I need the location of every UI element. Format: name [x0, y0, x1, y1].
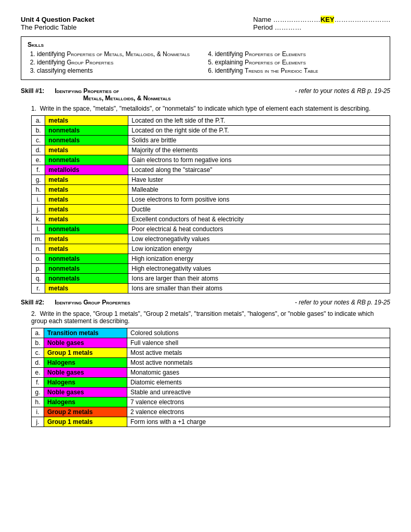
row-answer: nonmetals — [45, 274, 128, 284]
row-answer: nonmetals — [45, 264, 128, 274]
row-answer: nonmetals — [45, 224, 128, 234]
skill-item-5: explaining Properties of Elements — [215, 59, 384, 66]
skill-item-6: identifying Trends in the Peridioc Table — [215, 67, 384, 74]
skill2-label-block: Skill #2: Identifying Group Properties — [21, 299, 130, 306]
row-answer: nonmetals — [45, 155, 128, 165]
skill1-instruction: 1. Write in the space, "metals", "metall… — [31, 105, 390, 112]
skills-list-2: identifying Properties of Elements expla… — [215, 50, 384, 74]
table-row: n.metalsLow ionization energy — [32, 244, 390, 254]
table-row: h.Halogens7 valence electrons — [32, 397, 390, 407]
row-description: Full valence shell — [127, 338, 390, 348]
skill2-header: Skill #2: Identifying Group Properties -… — [21, 299, 390, 306]
row-answer: metals — [45, 284, 128, 294]
row-description: 7 valence electrons — [127, 397, 390, 407]
row-answer: metals — [45, 116, 128, 126]
skill-item-2: identifying Group Properties — [37, 59, 206, 66]
row-letter: f. — [32, 165, 45, 175]
row-letter: c. — [32, 136, 45, 145]
row-description: Majority of the elements — [128, 145, 390, 155]
row-answer: Noble gases — [44, 368, 127, 378]
row-answer: Halogens — [44, 378, 127, 388]
row-description: Ions are larger than their atoms — [128, 274, 390, 284]
table-row: f.metalloidsLocated along the "staircase… — [32, 165, 390, 175]
skill2-header-row: Skill #2: Identifying Group Properties -… — [21, 299, 390, 306]
table-row: d.metalsMajority of the elements — [32, 145, 390, 155]
table-row: d.HalogensMost active nonmetals — [32, 358, 390, 368]
row-letter: p. — [32, 264, 45, 274]
table-row: l.nonmetalsPoor electrical & heat conduc… — [32, 224, 390, 234]
row-description: Located along the "staircase" — [128, 165, 390, 175]
table-row: b.Noble gasesFull valence shell — [32, 338, 390, 348]
skill2-title: Identifying Group Properties — [55, 299, 130, 306]
skills-box: Skills identifying Properties of Metals,… — [21, 36, 390, 80]
table-row: c.nonmetalsSolids are brittle — [32, 136, 390, 145]
skill1-ref: - refer to your notes & RB p. 19-25 — [295, 87, 390, 95]
row-answer: nonmetals — [45, 254, 128, 264]
row-letter: h. — [32, 185, 45, 195]
skill1-header-row: Skill #1: Identifying Properties of - re… — [21, 87, 390, 95]
skill1-subtitle: Metals, Metalloids, & Nonmetals — [83, 95, 171, 102]
row-answer: metals — [45, 205, 128, 215]
row-description: Most active nonmetals — [127, 358, 390, 368]
row-answer: Noble gases — [44, 388, 127, 397]
row-description: Located on the left side of the P.T. — [128, 116, 390, 126]
table-row: f.HalogensDiatomic elements — [32, 378, 390, 388]
row-description: Gain electrons to form negative ions — [128, 155, 390, 165]
row-letter: a. — [32, 328, 44, 338]
row-answer: Noble gases — [44, 338, 127, 348]
table-row: i.metalsLose electrons to form positive … — [32, 195, 390, 205]
skill1-table: a.metalsLocated on the left side of the … — [31, 115, 390, 294]
row-answer: metals — [45, 244, 128, 254]
row-description: Low electronegativity values — [128, 234, 390, 244]
row-letter: g. — [32, 388, 44, 397]
row-answer: nonmetals — [45, 136, 128, 145]
row-description: Excellent conductors of heat & electrici… — [128, 215, 390, 224]
table-row: e.Noble gasesMonatomic gases — [32, 368, 390, 378]
row-description: Low ionization energy — [128, 244, 390, 254]
table-row: b.nonmetalsLocated on the right side of … — [32, 126, 390, 136]
row-answer: metals — [45, 234, 128, 244]
row-answer: metals — [45, 195, 128, 205]
skill1-header: Skill #1: Identifying Properties of - re… — [21, 87, 390, 102]
skill2-ref: - refer to your notes & RB p. 19-25 — [295, 299, 390, 306]
table-row: c.Group 1 metalsMost active metals — [32, 348, 390, 358]
table-row: o.nonmetalsHigh ionization energy — [32, 254, 390, 264]
table-row: e.nonmetalsGain electrons to form negati… — [32, 155, 390, 165]
table-row: g.metalsHave luster — [32, 175, 390, 185]
row-letter: f. — [32, 378, 44, 388]
skill-item-1: identifying Properties of Metals, Metall… — [37, 50, 206, 58]
row-letter: e. — [32, 155, 45, 165]
row-description: Form ions with a +1 charge — [127, 417, 390, 427]
skills-list-1: identifying Properties of Metals, Metall… — [37, 50, 206, 74]
skill-item-3: classifying elements — [37, 67, 206, 74]
row-letter: k. — [32, 215, 45, 224]
row-letter: b. — [32, 126, 45, 136]
row-answer: metals — [45, 145, 128, 155]
row-answer: Halogens — [44, 358, 127, 368]
row-description: Lose electrons to form positive ions — [128, 195, 390, 205]
key-text: KEY — [321, 16, 335, 23]
table-row: k.metalsExcellent conductors of heat & e… — [32, 215, 390, 224]
doc-title: Unit 4 Question Packet — [21, 16, 95, 23]
row-letter: m. — [32, 234, 45, 244]
row-description: Located on the right side of the P.T. — [128, 126, 390, 136]
table-row: p.nonmetalsHigh electronegativity values — [32, 264, 390, 274]
table-row: a.metalsLocated on the left side of the … — [32, 116, 390, 126]
row-answer: metals — [45, 175, 128, 185]
table-row: h.metalsMalleable — [32, 185, 390, 195]
table-row: a.Transition metalsColored solutions — [32, 328, 390, 338]
skills-col-2: identifying Properties of Elements expla… — [206, 50, 384, 75]
row-letter: g. — [32, 175, 45, 185]
row-answer: metals — [45, 185, 128, 195]
name-label: Name ………………… — [253, 16, 320, 23]
row-description: Ductile — [128, 205, 390, 215]
row-description: High ionization energy — [128, 254, 390, 264]
row-answer: Halogens — [44, 397, 127, 407]
row-letter: r. — [32, 284, 45, 294]
row-answer: metals — [45, 215, 128, 224]
row-description: Poor electrical & heat conductors — [128, 224, 390, 234]
row-letter: q. — [32, 274, 45, 284]
row-answer: Transition metals — [44, 328, 127, 338]
skills-title: Skills — [28, 41, 383, 48]
row-answer: Group 1 metals — [44, 417, 127, 427]
